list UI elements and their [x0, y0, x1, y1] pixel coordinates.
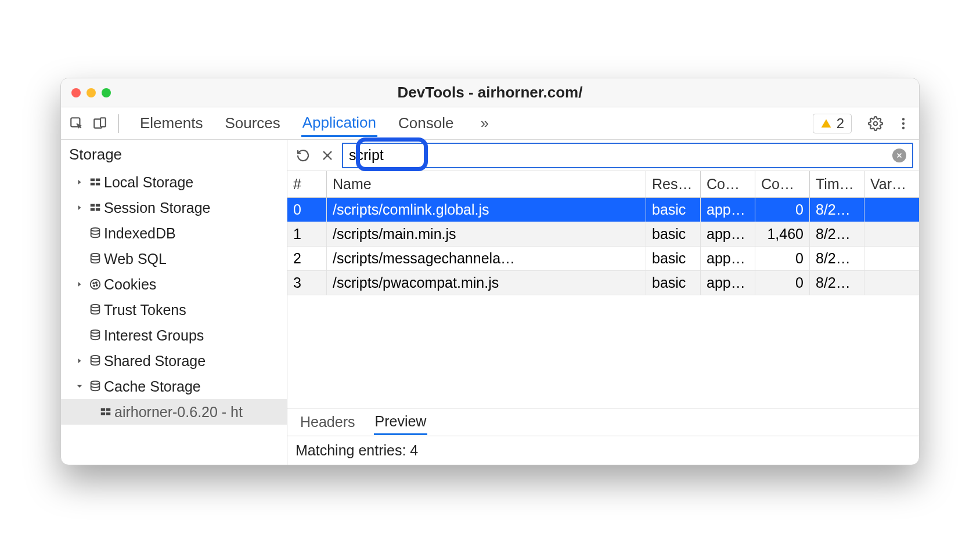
- svg-rect-9: [91, 183, 95, 186]
- window-controls: [71, 88, 111, 97]
- sidebar-item-session-storage[interactable]: Session Storage: [61, 195, 287, 220]
- tab-application[interactable]: Application: [301, 110, 377, 137]
- grid-icon: [87, 176, 104, 189]
- col-response-type[interactable]: Res…: [646, 171, 701, 197]
- svg-point-20: [93, 285, 95, 287]
- storage-sidebar: Storage Local StorageSession StorageInde…: [61, 140, 287, 465]
- chevron-right-icon[interactable]: [73, 280, 87, 288]
- svg-point-17: [91, 280, 100, 289]
- cell-content-type: app…: [701, 198, 755, 222]
- close-window-button[interactable]: [71, 88, 81, 97]
- panel-tabs: Elements Sources Application Console »: [139, 110, 489, 137]
- cell-content-type: app…: [701, 247, 755, 270]
- col-vary[interactable]: Var…: [864, 171, 919, 197]
- sidebar-item-interest-groups[interactable]: Interest Groups: [61, 323, 287, 348]
- grid-icon: [87, 201, 104, 214]
- cache-instance-item[interactable]: airhorner-0.6.20 - ht: [61, 399, 287, 425]
- cell-name: /scripts/pwacompat.min.js: [327, 271, 646, 295]
- svg-point-22: [91, 305, 100, 308]
- sidebar-item-label: Cache Storage: [104, 378, 287, 395]
- main-toolbar: Elements Sources Application Console » 2: [61, 107, 919, 140]
- sidebar-item-label: Interest Groups: [104, 327, 287, 344]
- minimize-window-button[interactable]: [87, 88, 96, 97]
- col-time-cached[interactable]: Tim…: [810, 171, 864, 197]
- cell-time-cached: 8/2…: [810, 198, 864, 222]
- grid-icon: [97, 406, 114, 418]
- cell-response-type: basic: [646, 271, 701, 295]
- status-bar: Matching entries: 4: [287, 436, 919, 465]
- svg-point-19: [96, 282, 97, 283]
- table-header: # Name Res… Co… Co… Tim… Var…: [287, 171, 919, 198]
- cell-vary: [864, 271, 919, 295]
- tab-headers[interactable]: Headers: [299, 410, 356, 434]
- inspect-element-icon[interactable]: [68, 115, 85, 132]
- warnings-badge[interactable]: 2: [813, 114, 852, 133]
- col-content-type[interactable]: Co…: [701, 171, 755, 197]
- svg-point-5: [902, 122, 905, 124]
- devtools-window: DevTools - airhorner.com/ Elements Sourc…: [60, 78, 920, 465]
- zoom-window-button[interactable]: [102, 88, 111, 97]
- chevron-right-icon[interactable]: [73, 178, 87, 186]
- cache-storage-panel: # Name Res… Co… Co… Tim… Var… 0/scripts/…: [287, 140, 919, 465]
- svg-rect-26: [101, 408, 105, 411]
- svg-point-6: [902, 126, 905, 129]
- db-icon: [87, 329, 104, 342]
- cell-time-cached: 8/2…: [810, 271, 864, 295]
- tab-sources[interactable]: Sources: [224, 111, 281, 136]
- clear-filter-icon[interactable]: [892, 149, 906, 162]
- cell-response-type: basic: [646, 222, 701, 246]
- tab-elements[interactable]: Elements: [139, 111, 204, 136]
- db-icon: [87, 380, 104, 393]
- refresh-icon[interactable]: [293, 146, 313, 165]
- col-content-length[interactable]: Co…: [755, 171, 810, 197]
- chevron-right-icon[interactable]: [73, 204, 87, 212]
- sidebar-item-label: Web SQL: [104, 251, 287, 267]
- cell-index: 2: [287, 247, 327, 270]
- delete-selected-icon[interactable]: [318, 146, 337, 165]
- cell-name: /scripts/comlink.global.js: [327, 198, 646, 222]
- sidebar-item-local-storage[interactable]: Local Storage: [61, 169, 287, 195]
- db-icon: [87, 354, 104, 367]
- svg-rect-27: [106, 408, 110, 411]
- sidebar-item-cookies[interactable]: Cookies: [61, 272, 287, 297]
- svg-point-18: [93, 283, 94, 284]
- device-toolbar-icon[interactable]: [91, 115, 109, 132]
- filter-input[interactable]: [349, 147, 892, 164]
- settings-icon[interactable]: [867, 115, 884, 132]
- sidebar-item-web-sql[interactable]: Web SQL: [61, 246, 287, 272]
- kebab-menu-icon[interactable]: [895, 115, 912, 132]
- sidebar-item-label: IndexedDB: [104, 225, 287, 242]
- warning-icon: [820, 118, 832, 129]
- svg-rect-8: [96, 179, 100, 182]
- col-index[interactable]: #: [287, 171, 327, 197]
- table-row[interactable]: 1/scripts/main.min.jsbasicapp…1,4608/2…: [287, 222, 919, 247]
- svg-point-4: [902, 118, 905, 120]
- table-row[interactable]: 3/scripts/pwacompat.min.jsbasicapp…08/2…: [287, 271, 919, 295]
- more-tabs-icon[interactable]: »: [480, 114, 488, 132]
- svg-point-21: [96, 285, 98, 286]
- detail-tabs: Headers Preview: [287, 408, 919, 436]
- chevron-down-icon[interactable]: [73, 382, 87, 390]
- chevron-right-icon[interactable]: [73, 357, 87, 365]
- svg-point-24: [91, 356, 100, 359]
- cell-content-length: 1,460: [755, 222, 810, 246]
- cell-content-type: app…: [701, 222, 755, 246]
- tab-preview[interactable]: Preview: [374, 410, 428, 435]
- table-row[interactable]: 0/scripts/comlink.global.jsbasicapp…08/2…: [287, 198, 919, 222]
- tab-console[interactable]: Console: [397, 111, 455, 136]
- cache-entries-table: # Name Res… Co… Co… Tim… Var… 0/scripts/…: [287, 171, 919, 325]
- db-icon: [87, 303, 104, 316]
- table-body: 0/scripts/comlink.global.jsbasicapp…08/2…: [287, 198, 919, 325]
- titlebar: DevTools - airhorner.com/: [61, 78, 919, 107]
- sidebar-item-shared-storage[interactable]: Shared Storage: [61, 348, 287, 374]
- table-row[interactable]: 2/scripts/messagechannela…basicapp…08/2…: [287, 247, 919, 271]
- db-icon: [87, 227, 104, 240]
- cell-time-cached: 8/2…: [810, 222, 864, 246]
- svg-point-16: [91, 254, 100, 257]
- col-name[interactable]: Name: [327, 171, 646, 197]
- cell-index: 0: [287, 198, 327, 222]
- sidebar-item-cache-storage[interactable]: Cache Storage: [61, 374, 287, 399]
- sidebar-item-indexeddb[interactable]: IndexedDB: [61, 220, 287, 246]
- sidebar-item-trust-tokens[interactable]: Trust Tokens: [61, 297, 287, 323]
- db-icon: [87, 252, 104, 265]
